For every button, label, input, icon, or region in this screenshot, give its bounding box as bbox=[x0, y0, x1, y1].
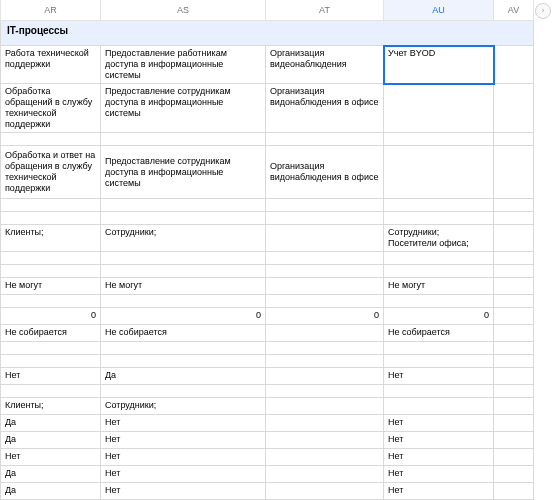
cell-av[interactable] bbox=[494, 466, 534, 483]
cell-au[interactable]: Нет bbox=[384, 368, 494, 385]
cell-av[interactable] bbox=[494, 278, 534, 295]
cell-au[interactable]: Нет bbox=[384, 415, 494, 432]
cell-at[interactable] bbox=[266, 355, 384, 368]
cell-au[interactable] bbox=[384, 199, 494, 212]
cell-av[interactable] bbox=[494, 449, 534, 466]
cell-as[interactable] bbox=[101, 252, 266, 265]
cell-av[interactable] bbox=[494, 308, 534, 325]
cell-au[interactable] bbox=[384, 295, 494, 308]
cell-av[interactable] bbox=[494, 483, 534, 500]
cell-au[interactable]: Не собирается bbox=[384, 325, 494, 342]
cell-av[interactable] bbox=[494, 46, 534, 84]
col-header-at[interactable]: AT bbox=[266, 0, 384, 21]
cell-av[interactable] bbox=[494, 432, 534, 449]
cell-at[interactable] bbox=[266, 368, 384, 385]
cell-at[interactable]: Организация видонаблюдения в офисе bbox=[266, 84, 384, 133]
cell-as[interactable] bbox=[101, 342, 266, 355]
cell-au[interactable]: Нет bbox=[384, 483, 494, 500]
cell-as[interactable]: Нет bbox=[101, 449, 266, 466]
cell-as[interactable] bbox=[101, 199, 266, 212]
spreadsheet-viewport[interactable]: › AR AS AT AU AV IT-процессы Работа техн… bbox=[0, 0, 555, 500]
cell-av[interactable] bbox=[494, 415, 534, 432]
cell-ar[interactable]: Обработка и ответ на обращения в службу … bbox=[1, 146, 101, 199]
cell-ar[interactable]: Да bbox=[1, 466, 101, 483]
cell-at[interactable] bbox=[266, 199, 384, 212]
cell-at[interactable] bbox=[266, 133, 384, 146]
col-header-au[interactable]: AU bbox=[384, 0, 494, 21]
cell-ar[interactable]: Нет bbox=[1, 368, 101, 385]
cell-at[interactable] bbox=[266, 212, 384, 225]
cell-av[interactable] bbox=[494, 146, 534, 199]
cell-ar[interactable] bbox=[1, 265, 101, 278]
cell-ar[interactable]: Клиенты; bbox=[1, 398, 101, 415]
cell-av[interactable] bbox=[494, 325, 534, 342]
cell-as[interactable] bbox=[101, 385, 266, 398]
cell-av[interactable] bbox=[494, 368, 534, 385]
cell-at[interactable] bbox=[266, 295, 384, 308]
cell-au[interactable] bbox=[384, 385, 494, 398]
cell-as[interactable]: Да bbox=[101, 368, 266, 385]
cell-au[interactable]: 0 bbox=[384, 308, 494, 325]
cell-as[interactable]: Предоставление сотрудникам доступа в инф… bbox=[101, 84, 266, 133]
cell-av[interactable] bbox=[494, 225, 534, 252]
cell-ar[interactable] bbox=[1, 199, 101, 212]
cell-ar[interactable]: Работа технической поддержки bbox=[1, 46, 101, 84]
col-header-av[interactable]: AV bbox=[494, 0, 534, 21]
cell-ar[interactable]: Обработка обращений в службу технической… bbox=[1, 84, 101, 133]
col-header-as[interactable]: AS bbox=[101, 0, 266, 21]
cell-at[interactable] bbox=[266, 483, 384, 500]
cell-at[interactable] bbox=[266, 252, 384, 265]
cell-as[interactable] bbox=[101, 355, 266, 368]
cell-as[interactable] bbox=[101, 212, 266, 225]
cell-au[interactable] bbox=[384, 133, 494, 146]
cell-as[interactable]: Не могут bbox=[101, 278, 266, 295]
cell-as[interactable]: Сотрудники; bbox=[101, 398, 266, 415]
cell-as[interactable]: Нет bbox=[101, 415, 266, 432]
cell-at[interactable] bbox=[266, 415, 384, 432]
cell-au[interactable]: Нет bbox=[384, 449, 494, 466]
cell-av[interactable] bbox=[494, 265, 534, 278]
cell-ar[interactable] bbox=[1, 252, 101, 265]
cell-at[interactable] bbox=[266, 432, 384, 449]
cell-at[interactable]: Организация видеонаблюдения bbox=[266, 46, 384, 84]
cell-ar[interactable]: 0 bbox=[1, 308, 101, 325]
cell-av[interactable] bbox=[494, 385, 534, 398]
cell-ar[interactable]: Нет bbox=[1, 449, 101, 466]
cell-at[interactable] bbox=[266, 449, 384, 466]
cell-av[interactable] bbox=[494, 295, 534, 308]
cell-at[interactable] bbox=[266, 278, 384, 295]
cell-av[interactable] bbox=[494, 212, 534, 225]
cell-at[interactable] bbox=[266, 466, 384, 483]
cell-au[interactable] bbox=[384, 265, 494, 278]
cell-au[interactable] bbox=[384, 84, 494, 133]
cell-au[interactable] bbox=[384, 398, 494, 415]
cell-as[interactable]: Сотрудники; bbox=[101, 225, 266, 252]
cell-at[interactable]: 0 bbox=[266, 308, 384, 325]
cell-au[interactable] bbox=[384, 355, 494, 368]
section-header-cell[interactable]: IT-процессы bbox=[1, 21, 534, 46]
col-header-ar[interactable]: AR bbox=[1, 0, 101, 21]
cell-as[interactable] bbox=[101, 133, 266, 146]
cell-au[interactable]: Сотрудники; Посетители офиса; bbox=[384, 225, 494, 252]
cell-ar[interactable]: Не могут bbox=[1, 278, 101, 295]
cell-av[interactable] bbox=[494, 84, 534, 133]
cell-as[interactable]: Нет bbox=[101, 483, 266, 500]
cell-at[interactable]: Организация видонаблюдения в офисе bbox=[266, 146, 384, 199]
cell-at[interactable] bbox=[266, 325, 384, 342]
expand-right-button[interactable]: › bbox=[535, 3, 551, 19]
cell-as[interactable]: Нет bbox=[101, 466, 266, 483]
cell-av[interactable] bbox=[494, 355, 534, 368]
cell-ar[interactable] bbox=[1, 212, 101, 225]
cell-au[interactable]: Учет BYOD bbox=[384, 46, 494, 84]
cell-au[interactable] bbox=[384, 342, 494, 355]
cell-au[interactable]: Не могут bbox=[384, 278, 494, 295]
cell-as[interactable]: Предоставление работникам доступа в инфо… bbox=[101, 46, 266, 84]
cell-at[interactable] bbox=[266, 265, 384, 278]
cell-as[interactable] bbox=[101, 295, 266, 308]
cell-as[interactable]: Не собирается bbox=[101, 325, 266, 342]
cell-ar[interactable]: Да bbox=[1, 432, 101, 449]
cell-av[interactable] bbox=[494, 199, 534, 212]
cell-au[interactable]: Нет bbox=[384, 466, 494, 483]
cell-at[interactable] bbox=[266, 398, 384, 415]
cell-as[interactable]: 0 bbox=[101, 308, 266, 325]
